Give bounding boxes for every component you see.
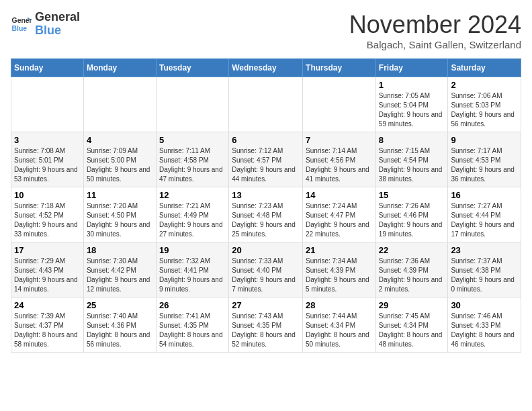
calendar-cell: 3Sunrise: 7:08 AM Sunset: 5:01 PM Daylig… [11, 132, 84, 187]
calendar-cell [83, 77, 156, 132]
calendar-cell: 4Sunrise: 7:09 AM Sunset: 5:00 PM Daylig… [83, 132, 156, 187]
calendar-cell: 1Sunrise: 7:05 AM Sunset: 5:04 PM Daylig… [375, 77, 448, 132]
day-number: 1 [379, 80, 445, 90]
day-number: 21 [306, 245, 373, 255]
weekday-header-saturday: Saturday [448, 59, 521, 77]
day-info: Sunrise: 7:45 AM Sunset: 4:34 PM Dayligh… [379, 312, 445, 349]
day-info: Sunrise: 7:27 AM Sunset: 4:44 PM Dayligh… [451, 201, 518, 239]
calendar-cell: 13Sunrise: 7:23 AM Sunset: 4:48 PM Dayli… [229, 187, 303, 242]
day-number: 3 [14, 135, 81, 145]
day-number: 15 [379, 190, 445, 200]
calendar-cell: 12Sunrise: 7:21 AM Sunset: 4:49 PM Dayli… [156, 187, 228, 242]
day-info: Sunrise: 7:39 AM Sunset: 4:37 PM Dayligh… [14, 312, 81, 349]
day-info: Sunrise: 7:18 AM Sunset: 4:52 PM Dayligh… [14, 201, 81, 239]
header: General Blue General Blue November 2024 … [11, 11, 521, 50]
calendar-cell: 16Sunrise: 7:27 AM Sunset: 4:44 PM Dayli… [448, 187, 521, 242]
calendar-cell [11, 77, 84, 132]
calendar-cell: 24Sunrise: 7:39 AM Sunset: 4:37 PM Dayli… [11, 298, 84, 353]
title-section: November 2024 Balgach, Saint Gallen, Swi… [349, 11, 521, 50]
calendar-cell: 14Sunrise: 7:24 AM Sunset: 4:47 PM Dayli… [303, 187, 376, 242]
day-info: Sunrise: 7:17 AM Sunset: 4:53 PM Dayligh… [451, 146, 518, 184]
day-number: 28 [306, 300, 373, 310]
calendar-cell: 17Sunrise: 7:29 AM Sunset: 4:43 PM Dayli… [11, 242, 84, 298]
day-number: 4 [87, 135, 153, 145]
calendar-cell: 6Sunrise: 7:12 AM Sunset: 4:57 PM Daylig… [229, 132, 303, 187]
day-number: 20 [232, 245, 300, 255]
calendar-cell: 5Sunrise: 7:11 AM Sunset: 4:58 PM Daylig… [156, 132, 228, 187]
calendar-cell: 10Sunrise: 7:18 AM Sunset: 4:52 PM Dayli… [11, 187, 84, 242]
calendar-cell: 8Sunrise: 7:15 AM Sunset: 4:54 PM Daylig… [375, 132, 448, 187]
calendar-cell: 30Sunrise: 7:46 AM Sunset: 4:33 PM Dayli… [448, 298, 521, 353]
weekday-header-thursday: Thursday [303, 59, 376, 77]
day-info: Sunrise: 7:08 AM Sunset: 5:01 PM Dayligh… [14, 146, 81, 184]
day-info: Sunrise: 7:12 AM Sunset: 4:57 PM Dayligh… [232, 146, 300, 184]
week-row-2: 3Sunrise: 7:08 AM Sunset: 5:01 PM Daylig… [11, 132, 521, 187]
day-number: 17 [14, 245, 81, 255]
day-number: 11 [87, 190, 153, 200]
day-number: 14 [306, 190, 373, 200]
day-number: 19 [159, 245, 226, 255]
day-info: Sunrise: 7:24 AM Sunset: 4:47 PM Dayligh… [306, 201, 373, 239]
day-number: 10 [14, 190, 81, 200]
day-number: 26 [159, 300, 226, 310]
day-number: 30 [451, 300, 518, 310]
day-number: 12 [159, 190, 226, 200]
day-number: 24 [14, 300, 81, 310]
day-number: 16 [451, 190, 518, 200]
calendar-cell: 25Sunrise: 7:40 AM Sunset: 4:36 PM Dayli… [83, 298, 156, 353]
calendar-cell: 2Sunrise: 7:06 AM Sunset: 5:03 PM Daylig… [448, 77, 521, 132]
day-number: 25 [87, 300, 153, 310]
day-info: Sunrise: 7:11 AM Sunset: 4:58 PM Dayligh… [159, 146, 226, 184]
day-number: 22 [379, 245, 445, 255]
calendar-cell: 19Sunrise: 7:32 AM Sunset: 4:41 PM Dayli… [156, 242, 228, 298]
day-number: 9 [451, 135, 518, 145]
day-info: Sunrise: 7:43 AM Sunset: 4:35 PM Dayligh… [232, 312, 300, 349]
calendar-cell: 21Sunrise: 7:34 AM Sunset: 4:39 PM Dayli… [303, 242, 376, 298]
day-info: Sunrise: 7:23 AM Sunset: 4:48 PM Dayligh… [232, 201, 300, 239]
calendar-cell [156, 77, 228, 132]
logo-text-line2: Blue [35, 24, 80, 38]
day-number: 2 [451, 80, 518, 90]
weekday-header-friday: Friday [375, 59, 448, 77]
day-info: Sunrise: 7:32 AM Sunset: 4:41 PM Dayligh… [159, 257, 226, 294]
day-number: 29 [379, 300, 445, 310]
calendar-cell: 22Sunrise: 7:36 AM Sunset: 4:39 PM Dayli… [375, 242, 448, 298]
weekday-header-wednesday: Wednesday [229, 59, 303, 77]
calendar-cell: 7Sunrise: 7:14 AM Sunset: 4:56 PM Daylig… [303, 132, 376, 187]
day-info: Sunrise: 7:21 AM Sunset: 4:49 PM Dayligh… [159, 201, 226, 239]
day-number: 5 [159, 135, 226, 145]
calendar-cell: 9Sunrise: 7:17 AM Sunset: 4:53 PM Daylig… [448, 132, 521, 187]
day-number: 8 [379, 135, 445, 145]
weekday-header-row: SundayMondayTuesdayWednesdayThursdayFrid… [11, 59, 521, 77]
day-info: Sunrise: 7:37 AM Sunset: 4:38 PM Dayligh… [451, 257, 518, 294]
week-row-1: 1Sunrise: 7:05 AM Sunset: 5:04 PM Daylig… [11, 77, 521, 132]
svg-text:Blue: Blue [12, 24, 28, 32]
day-info: Sunrise: 7:34 AM Sunset: 4:39 PM Dayligh… [306, 257, 373, 294]
day-info: Sunrise: 7:06 AM Sunset: 5:03 PM Dayligh… [451, 91, 518, 129]
week-row-5: 24Sunrise: 7:39 AM Sunset: 4:37 PM Dayli… [11, 298, 521, 353]
day-info: Sunrise: 7:40 AM Sunset: 4:36 PM Dayligh… [87, 312, 153, 349]
month-title: November 2024 [349, 11, 521, 39]
calendar-cell [229, 77, 303, 132]
calendar-cell: 26Sunrise: 7:41 AM Sunset: 4:35 PM Dayli… [156, 298, 228, 353]
day-info: Sunrise: 7:26 AM Sunset: 4:46 PM Dayligh… [379, 201, 445, 239]
day-info: Sunrise: 7:09 AM Sunset: 5:00 PM Dayligh… [87, 146, 153, 184]
calendar-cell: 28Sunrise: 7:44 AM Sunset: 4:34 PM Dayli… [303, 298, 376, 353]
weekday-header-tuesday: Tuesday [156, 59, 228, 77]
day-info: Sunrise: 7:15 AM Sunset: 4:54 PM Dayligh… [379, 146, 445, 184]
day-number: 6 [232, 135, 300, 145]
day-info: Sunrise: 7:29 AM Sunset: 4:43 PM Dayligh… [14, 257, 81, 294]
calendar-cell: 15Sunrise: 7:26 AM Sunset: 4:46 PM Dayli… [375, 187, 448, 242]
week-row-3: 10Sunrise: 7:18 AM Sunset: 4:52 PM Dayli… [11, 187, 521, 242]
day-info: Sunrise: 7:41 AM Sunset: 4:35 PM Dayligh… [159, 312, 226, 349]
day-number: 7 [306, 135, 373, 145]
day-info: Sunrise: 7:20 AM Sunset: 4:50 PM Dayligh… [87, 201, 153, 239]
day-info: Sunrise: 7:33 AM Sunset: 4:40 PM Dayligh… [232, 257, 300, 294]
calendar-cell: 27Sunrise: 7:43 AM Sunset: 4:35 PM Dayli… [229, 298, 303, 353]
calendar-cell: 11Sunrise: 7:20 AM Sunset: 4:50 PM Dayli… [83, 187, 156, 242]
logo-icon: General Blue [11, 13, 32, 35]
calendar-cell: 18Sunrise: 7:30 AM Sunset: 4:42 PM Dayli… [83, 242, 156, 298]
day-info: Sunrise: 7:44 AM Sunset: 4:34 PM Dayligh… [306, 312, 373, 349]
day-info: Sunrise: 7:36 AM Sunset: 4:39 PM Dayligh… [379, 257, 445, 294]
location-subtitle: Balgach, Saint Gallen, Switzerland [349, 39, 521, 50]
